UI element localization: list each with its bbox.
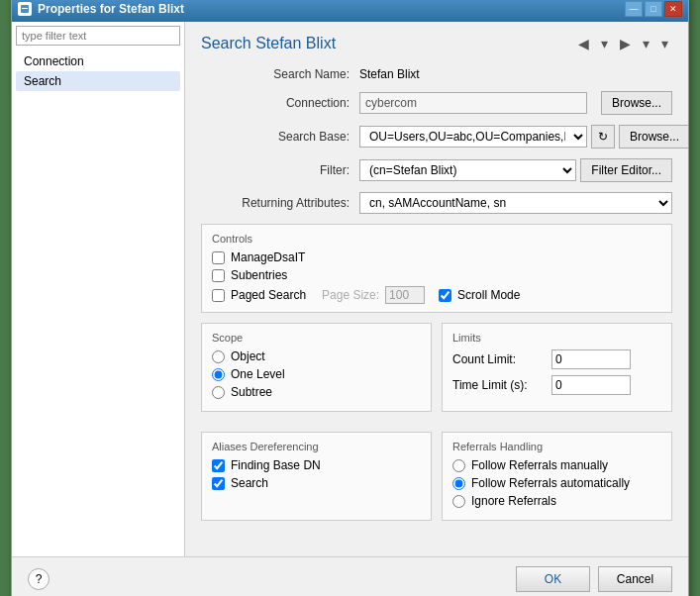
back-button[interactable]: ◀ bbox=[574, 34, 593, 53]
referrals-manual-row: Follow Referrals manually bbox=[452, 458, 661, 472]
menu-button[interactable]: ▾ bbox=[657, 34, 672, 53]
aliases-title: Aliases Dereferencing bbox=[212, 441, 421, 452]
filter-input[interactable] bbox=[16, 26, 180, 46]
scope-one-level-radio[interactable] bbox=[212, 368, 225, 381]
manage-dsa-checkbox[interactable] bbox=[212, 251, 225, 264]
referrals-ignore-row: Ignore Referrals bbox=[452, 494, 661, 508]
footer-left: ? bbox=[28, 568, 508, 590]
scroll-mode-checkbox[interactable] bbox=[439, 289, 451, 302]
search-base-row: Search Base: OU=Users,OU=abc,OU=Companie… bbox=[201, 125, 672, 149]
returning-attributes-row: Returning Attributes: cn, sAMAccountName… bbox=[201, 192, 672, 214]
referrals-manual-label: Follow Referrals manually bbox=[471, 458, 608, 472]
finding-base-dn-row: Finding Base DN bbox=[212, 458, 421, 472]
search-base-label: Search Base: bbox=[201, 130, 359, 144]
subentries-label: Subentries bbox=[231, 268, 287, 282]
svg-rect-1 bbox=[22, 8, 28, 9]
returning-attributes-select[interactable]: cn, sAMAccountName, sn bbox=[359, 192, 672, 214]
scope-title: Scope bbox=[212, 332, 421, 344]
close-button[interactable]: ✕ bbox=[664, 1, 682, 17]
filter-editor-button[interactable]: Filter Editor... bbox=[580, 158, 672, 182]
referrals-auto-radio[interactable] bbox=[452, 477, 465, 490]
app-icon bbox=[18, 2, 32, 16]
help-button[interactable]: ? bbox=[28, 568, 50, 590]
aliases-search-row: Search bbox=[212, 476, 421, 490]
paged-search-label: Paged Search bbox=[231, 288, 306, 302]
time-limit-row: Time Limit (s): bbox=[452, 375, 661, 395]
count-limit-input[interactable] bbox=[551, 349, 631, 369]
scope-object-radio[interactable] bbox=[212, 350, 225, 363]
referrals-auto-row: Follow Referrals automatically bbox=[452, 476, 661, 490]
toolbar-nav: ◀ ▾ ▶ ▾ ▾ bbox=[574, 34, 672, 53]
footer: ? OK Cancel bbox=[12, 556, 688, 596]
paged-search-row: Paged Search Page Size: Scroll Mode bbox=[212, 286, 661, 304]
referrals-ignore-label: Ignore Referrals bbox=[471, 494, 556, 508]
count-limit-label: Count Limit: bbox=[452, 352, 551, 366]
sidebar-item-connection[interactable]: Connection bbox=[16, 51, 180, 71]
controls-section: Controls ManageDsaIT Subentries Paged Se… bbox=[201, 224, 672, 313]
referrals-manual-radio[interactable] bbox=[452, 459, 465, 472]
limits-title: Limits bbox=[452, 332, 661, 344]
back-dropdown-button[interactable]: ▾ bbox=[597, 34, 612, 53]
minimize-button[interactable]: — bbox=[625, 1, 643, 17]
titlebar-left: Properties for Stefan Blixt bbox=[18, 2, 184, 16]
content-wrapper: Connection Search Search Stefan Blixt ◀ … bbox=[12, 22, 688, 556]
time-limit-input[interactable] bbox=[551, 375, 631, 395]
controls-title: Controls bbox=[212, 233, 661, 245]
count-limit-row: Count Limit: bbox=[452, 349, 661, 369]
search-base-select[interactable]: OU=Users,OU=abc,OU=Companies,DC=c bbox=[359, 126, 587, 148]
connection-row: Connection: Browse... bbox=[201, 91, 672, 115]
cancel-button[interactable]: Cancel bbox=[598, 566, 672, 592]
aliases-referrals-row: Aliases Dereferencing Finding Base DN Se… bbox=[201, 432, 672, 531]
scope-section: Scope Object One Level Subtree bbox=[201, 323, 432, 412]
search-name-value: Stefan Blixt bbox=[359, 67, 420, 81]
forward-button[interactable]: ▶ bbox=[616, 34, 635, 53]
subentries-row: Subentries bbox=[212, 268, 661, 282]
finding-base-dn-label: Finding Base DN bbox=[231, 458, 321, 472]
search-name-row: Search Name: Stefan Blixt bbox=[201, 67, 672, 81]
scope-subtree-radio[interactable] bbox=[212, 386, 225, 399]
filter-select[interactable]: (cn=Stefan Blixt) bbox=[359, 159, 576, 181]
connection-input bbox=[359, 92, 587, 114]
scope-one-level-row: One Level bbox=[212, 367, 421, 381]
scope-subtree-row: Subtree bbox=[212, 385, 421, 399]
sidebar-item-search[interactable]: Search bbox=[16, 71, 180, 91]
aliases-section: Aliases Dereferencing Finding Base DN Se… bbox=[201, 432, 432, 521]
forward-dropdown-button[interactable]: ▾ bbox=[639, 34, 653, 53]
page-size-input[interactable] bbox=[385, 286, 425, 304]
main-toolbar: Search Stefan Blixt ◀ ▾ ▶ ▾ ▾ bbox=[201, 34, 672, 53]
scope-object-row: Object bbox=[212, 349, 421, 363]
limits-section: Limits Count Limit: Time Limit (s): bbox=[442, 323, 672, 412]
window-title: Properties for Stefan Blixt bbox=[38, 2, 184, 16]
referrals-auto-label: Follow Referrals automatically bbox=[471, 476, 630, 490]
referrals-section: Referrals Handling Follow Referrals manu… bbox=[442, 432, 672, 521]
connection-browse-button[interactable]: Browse... bbox=[601, 91, 672, 115]
main-window: Properties for Stefan Blixt — □ ✕ Connec… bbox=[11, 0, 689, 596]
subentries-checkbox[interactable] bbox=[212, 269, 225, 282]
titlebar: Properties for Stefan Blixt — □ ✕ bbox=[12, 0, 688, 22]
maximize-button[interactable]: □ bbox=[645, 1, 662, 17]
page-size-label: Page Size: bbox=[322, 288, 379, 302]
search-name-label: Search Name: bbox=[201, 67, 359, 81]
referrals-ignore-radio[interactable] bbox=[452, 495, 465, 508]
filter-label: Filter: bbox=[201, 163, 359, 177]
sidebar: Connection Search bbox=[12, 22, 185, 556]
search-base-controls: OU=Users,OU=abc,OU=Companies,DC=c ↻ Brow… bbox=[359, 125, 688, 149]
scope-subtree-label: Subtree bbox=[231, 385, 272, 399]
scope-limits-row: Scope Object One Level Subtree bbox=[201, 323, 672, 422]
paged-search-checkbox[interactable] bbox=[212, 289, 225, 302]
scope-one-level-label: One Level bbox=[231, 367, 285, 381]
filter-row: Filter: (cn=Stefan Blixt) Filter Editor.… bbox=[201, 158, 672, 182]
referrals-title: Referrals Handling bbox=[452, 441, 661, 452]
connection-label: Connection: bbox=[201, 96, 359, 110]
manage-dsa-label: ManageDsaIT bbox=[231, 250, 305, 264]
scope-object-label: Object bbox=[231, 349, 265, 363]
returning-attributes-label: Returning Attributes: bbox=[201, 196, 359, 210]
search-base-browse-button[interactable]: Browse... bbox=[619, 125, 688, 149]
aliases-search-label: Search bbox=[231, 476, 268, 490]
page-title: Search Stefan Blixt bbox=[201, 35, 336, 52]
main-panel: Search Stefan Blixt ◀ ▾ ▶ ▾ ▾ Search Nam… bbox=[185, 22, 688, 556]
ok-button[interactable]: OK bbox=[516, 566, 590, 592]
refresh-button[interactable]: ↻ bbox=[591, 125, 615, 149]
finding-base-dn-checkbox[interactable] bbox=[212, 459, 225, 472]
aliases-search-checkbox[interactable] bbox=[212, 477, 225, 490]
